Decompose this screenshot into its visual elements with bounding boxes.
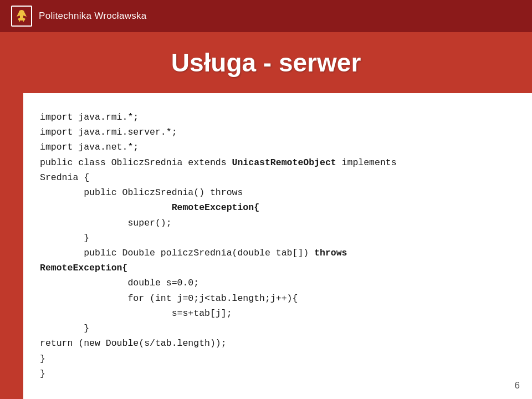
code-line-2: import java.rmi.server.*; <box>40 127 177 137</box>
header-bar: Politechnika Wrocławska <box>0 0 532 32</box>
slide: Politechnika Wrocławska Usługa - serwer … <box>0 0 532 399</box>
code-line-9: } <box>40 233 89 243</box>
code-line-16: return (new Double(s/tab.length)); <box>40 338 227 349</box>
code-area: import java.rmi.*; import java.rmi.serve… <box>23 93 532 399</box>
svg-rect-4 <box>20 15 23 21</box>
code-block: import java.rmi.*; import java.rmi.serve… <box>40 110 510 381</box>
code-line-18: } <box>40 369 45 379</box>
code-line-14: s=s+tab[j]; <box>40 308 232 319</box>
code-line-13: for (int j=0;j<tab.length;j++){ <box>40 293 298 304</box>
content-area: import java.rmi.*; import java.rmi.serve… <box>0 93 532 399</box>
code-line-15: } <box>40 323 89 334</box>
code-line-10: public Double policzSrednia(double tab[]… <box>40 248 347 258</box>
page-number: 6 <box>515 380 520 391</box>
code-line-1: import java.rmi.*; <box>40 112 139 122</box>
university-emblem <box>11 6 32 27</box>
red-left-bar <box>0 93 23 399</box>
code-line-6: public ObliczSrednia() throws <box>40 187 243 198</box>
code-line-12: double s=0.0; <box>40 278 199 288</box>
logo-area: Politechnika Wrocławska <box>11 6 147 27</box>
code-line-11: RemoteException{ <box>40 263 127 273</box>
code-line-8: super(); <box>40 218 172 228</box>
code-line-7: RemoteException{ <box>40 202 259 213</box>
title-section: Usługa - serwer <box>0 32 532 93</box>
code-line-5: Srednia { <box>40 172 89 183</box>
slide-title: Usługa - serwer <box>171 48 361 78</box>
university-name-label: Politechnika Wrocławska <box>39 11 147 22</box>
code-line-4: public class ObliczSrednia extends Unica… <box>40 157 397 168</box>
code-line-3: import java.net.*; <box>40 142 139 152</box>
code-line-17: } <box>40 354 45 364</box>
